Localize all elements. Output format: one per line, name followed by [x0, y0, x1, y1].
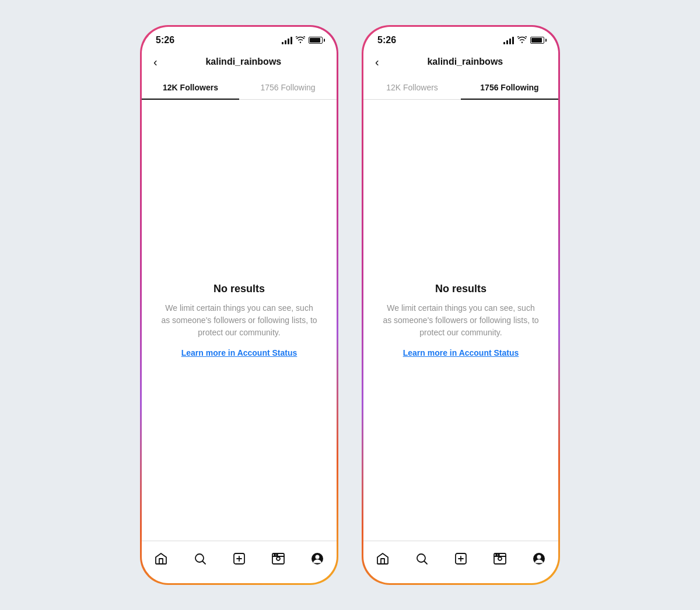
reels-icon-right[interactable]: [489, 548, 510, 569]
profile-icon-left[interactable]: [307, 548, 328, 569]
phone-right: 5:26 ‹ k: [362, 25, 560, 585]
tabs-left: 12K Followers 1756 Following: [142, 76, 337, 100]
header-nav-right: ‹ kalindi_rainbows: [363, 49, 558, 76]
home-icon-right[interactable]: [372, 548, 393, 569]
phone-screen-right: 5:26 ‹ k: [363, 27, 558, 583]
status-time-left: 5:26: [156, 35, 174, 45]
search-icon-left[interactable]: [190, 548, 211, 569]
phone-left: 5:26 ‹ k: [140, 25, 338, 585]
learn-more-link-left[interactable]: Learn more in Account Status: [181, 348, 298, 357]
search-icon-right[interactable]: [411, 548, 432, 569]
header-title-left: kalindi_rainbows: [160, 57, 327, 67]
status-bar-left: 5:26: [142, 27, 337, 49]
no-results-desc-left: We limit certain things you can see, suc…: [160, 302, 318, 339]
bottom-nav-right: [363, 541, 558, 583]
back-button-left[interactable]: ‹: [151, 54, 160, 70]
svg-point-11: [315, 555, 319, 559]
status-icons-right: [503, 36, 544, 45]
home-icon-left[interactable]: [150, 548, 172, 569]
signal-icon-left: [282, 36, 292, 44]
battery-icon-left: [309, 37, 323, 44]
status-time-right: 5:26: [377, 35, 396, 45]
content-area-left: No results We limit certain things you c…: [142, 100, 337, 541]
wifi-icon-right: [517, 36, 527, 45]
svg-point-21: [498, 555, 499, 556]
no-results-title-left: No results: [214, 283, 265, 295]
svg-point-23: [537, 555, 541, 559]
svg-line-13: [425, 562, 428, 565]
svg-point-18: [498, 557, 502, 560]
tabs-right: 12K Followers 1756 Following: [363, 76, 558, 100]
reels-icon-left[interactable]: [268, 548, 289, 569]
back-button-right[interactable]: ‹: [373, 54, 382, 70]
no-results-desc-right: We limit certain things you can see, suc…: [382, 302, 540, 339]
tab-following-left[interactable]: 1756 Following: [239, 76, 337, 99]
header-nav-left: ‹ kalindi_rainbows: [142, 49, 337, 76]
header-title-right: kalindi_rainbows: [382, 57, 549, 67]
bottom-nav-left: [142, 541, 337, 583]
battery-icon-right: [530, 37, 544, 44]
signal-icon-right: [503, 36, 514, 44]
svg-point-6: [276, 557, 280, 560]
tab-following-right[interactable]: 1756 Following: [461, 76, 558, 99]
svg-point-8: [274, 555, 275, 556]
content-area-right: No results We limit certain things you c…: [363, 100, 558, 541]
add-icon-left[interactable]: [229, 548, 250, 569]
no-results-title-right: No results: [435, 283, 487, 295]
profile-icon-right[interactable]: [528, 548, 550, 569]
tab-followers-left[interactable]: 12K Followers: [142, 76, 239, 99]
wifi-icon-left: [296, 36, 305, 45]
svg-point-20: [496, 555, 497, 556]
tab-followers-right[interactable]: 12K Followers: [363, 76, 461, 99]
svg-point-9: [276, 555, 278, 556]
learn-more-link-right[interactable]: Learn more in Account Status: [403, 348, 519, 357]
svg-line-1: [203, 562, 206, 565]
phone-screen-left: 5:26 ‹ k: [142, 27, 337, 583]
add-icon-right[interactable]: [450, 548, 471, 569]
status-icons-left: [282, 36, 323, 45]
status-bar-right: 5:26: [363, 27, 558, 49]
